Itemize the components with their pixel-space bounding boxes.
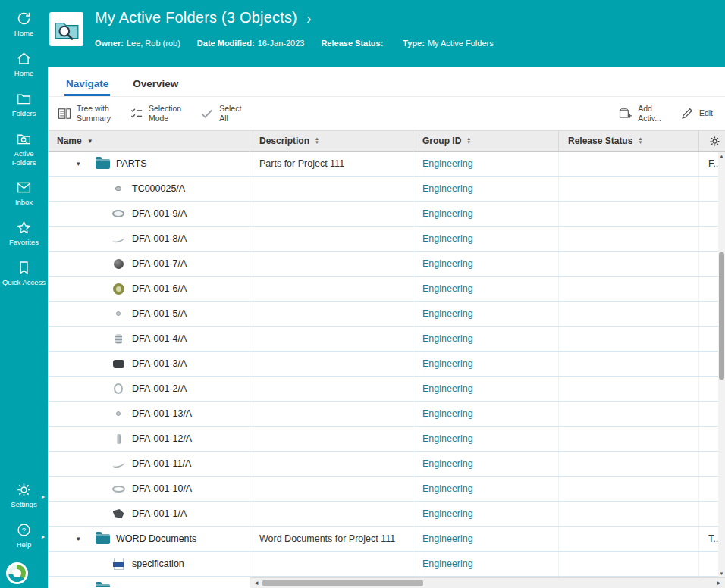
row-name-label: PARTS: [116, 158, 147, 169]
row-description-cell: Word Documents for Project 111: [250, 527, 413, 551]
row-name-label: DFA-001-5/A: [132, 308, 187, 319]
row-name-cell: DFA-001-3/A: [48, 352, 250, 376]
part-sphere-icon: [110, 255, 127, 272]
sidebar-item-settings[interactable]: Settings▸: [0, 476, 48, 516]
table-row[interactable]: DFA-001-13/AEngineering: [48, 402, 725, 427]
toolbar-button-label: Tree with Summary: [77, 104, 111, 124]
part-pin-icon: [110, 180, 127, 197]
row-description-cell: [250, 327, 413, 351]
tree-expand-caret-icon[interactable]: ▾: [77, 585, 89, 587]
brand-logo: [6, 562, 28, 584]
sort-icon: ▲▼: [638, 137, 642, 145]
table-row[interactable]: TC000025/AEngineering: [48, 177, 725, 202]
row-release-status-cell: [559, 377, 699, 401]
folders-icon: [16, 91, 32, 107]
page-title: My Active Folders (3 Objects): [95, 9, 297, 27]
table-row[interactable]: DFA-001-2/AEngineering: [48, 377, 725, 402]
table-body: ▾PARTSParts for Project 111EngineeringF.…: [48, 152, 725, 587]
vertical-scroll-thumb[interactable]: [719, 252, 724, 380]
row-name-label: DFA-001-12/A: [132, 433, 192, 444]
meta-label: Type:: [403, 39, 425, 48]
scroll-right-icon[interactable]: ►: [716, 580, 722, 587]
expand-arrow-icon: ▸: [42, 533, 45, 540]
table-row[interactable]: DFA-001-9/AEngineering: [48, 202, 725, 227]
table-row[interactable]: DFA-001-5/AEngineering: [48, 302, 725, 327]
row-group-cell: Engineering: [413, 177, 559, 201]
row-group-cell: Engineering: [413, 227, 559, 251]
table-row[interactable]: DFA-001-10/AEngineering: [48, 477, 725, 502]
table-row[interactable]: DFA-001-8/AEngineering: [48, 227, 725, 252]
add-activ-button[interactable]: Add Activ...: [618, 104, 661, 124]
header-meta-owner: Owner:Lee, Rob (rob): [95, 39, 180, 48]
sidebar-item-active-folders-3[interactable]: Active Folders: [0, 125, 48, 174]
row-release-status-cell: [559, 352, 699, 376]
select-all-icon: [199, 106, 215, 121]
meta-value: 16-Jan-2023: [258, 39, 305, 48]
inbox-icon: [16, 180, 32, 195]
tree-expand-caret-icon[interactable]: ▾: [77, 535, 89, 543]
part-cylinder-icon: [110, 205, 127, 222]
table-row[interactable]: DFA-001-3/AEngineering: [48, 352, 725, 377]
vertical-scrollbar[interactable]: ▲ ▼: [718, 152, 725, 577]
row-description-cell: [250, 502, 413, 526]
column-header-label: Release Status: [568, 136, 632, 146]
column-header-label: Group ID: [422, 136, 461, 146]
row-group-cell: Engineering: [413, 327, 559, 351]
column-settings-gear-icon[interactable]: [699, 131, 725, 151]
star-icon: [16, 220, 32, 236]
folder-icon: [94, 155, 111, 172]
row-release-status-cell: [559, 177, 699, 201]
row-description-cell: [250, 427, 413, 451]
table-row[interactable]: DFA-001-11/AEngineering: [48, 452, 725, 477]
row-name-label: DFA-001-8/A: [132, 233, 187, 244]
tab-navigate[interactable]: Navigate: [64, 78, 110, 96]
sidebar-item-home-0[interactable]: Home: [0, 5, 48, 45]
header-meta: Owner:Lee, Rob (rob)Date Modified:16-Jan…: [95, 39, 494, 48]
breadcrumb-chevron-icon[interactable]: ›: [306, 11, 312, 26]
part-spring-icon: [110, 330, 127, 347]
row-release-status-cell: [559, 552, 699, 576]
horizontal-scrollbar[interactable]: ◄ ►: [250, 577, 725, 588]
edit-button[interactable]: Edit: [679, 106, 713, 121]
horizontal-scroll-thumb[interactable]: [262, 580, 423, 586]
sidebar-item-favorites-5[interactable]: Favorites: [0, 214, 48, 254]
tree-with-summary-button[interactable]: Tree with Summary: [57, 104, 111, 124]
column-header-label: Description: [259, 136, 309, 146]
part-wire-icon: [110, 230, 127, 247]
column-header-release-status[interactable]: Release Status▲▼: [559, 131, 699, 151]
row-release-status-cell: [559, 302, 699, 326]
tab-overview[interactable]: Overview: [131, 78, 180, 96]
column-header-name[interactable]: Name▼: [48, 131, 250, 151]
filter-caret-icon: ▼: [87, 138, 93, 145]
table-row[interactable]: ▾WORD DocumentsWord Documents for Projec…: [48, 527, 725, 552]
table-row[interactable]: DFA-001-6/AEngineering: [48, 277, 725, 302]
column-header-description[interactable]: Description▲▼: [250, 131, 413, 151]
column-header-group-id[interactable]: Group ID▲▼: [413, 131, 559, 151]
selection-mode-button[interactable]: Selection Mode: [129, 104, 181, 124]
sort-icon: ▲▼: [315, 137, 319, 145]
select-all-button[interactable]: Select All: [199, 104, 241, 124]
tab-bar: NavigateOverview: [48, 67, 725, 97]
table-row[interactable]: DFA-001-7/AEngineering: [48, 252, 725, 277]
table-row[interactable]: DFA-001-4/AEngineering: [48, 327, 725, 352]
table-row[interactable]: specificationEngineering: [48, 552, 725, 577]
row-name-label: specification: [132, 558, 184, 569]
table-row[interactable]: ▾PARTSParts for Project 111EngineeringF.…: [48, 152, 725, 177]
tree-expand-caret-icon[interactable]: ▾: [77, 160, 89, 167]
scroll-down-icon[interactable]: ▼: [718, 571, 725, 576]
sidebar-item-label: Active Folders: [2, 149, 46, 167]
sidebar-item-folders-2[interactable]: Folders: [0, 85, 48, 125]
table-row[interactable]: DFA-001-1/AEngineering: [48, 502, 725, 527]
scroll-left-icon[interactable]: ◄: [253, 580, 259, 587]
row-group-cell: Engineering: [413, 527, 559, 551]
row-group-cell: Engineering: [413, 552, 559, 576]
header-meta-release-status: Release Status:: [321, 39, 386, 48]
table-row[interactable]: DFA-001-12/AEngineering: [48, 427, 725, 452]
sidebar-item-inbox-4[interactable]: Inbox: [0, 174, 48, 214]
sidebar-item-home-1[interactable]: Home: [0, 45, 48, 85]
meta-label: Release Status:: [321, 39, 383, 48]
sidebar-item-help[interactable]: ?Help▸: [0, 516, 48, 556]
scroll-up-icon[interactable]: ▲: [718, 154, 725, 158]
sidebar-item-quick-access-6[interactable]: Quick Access: [0, 254, 48, 294]
part-dot-icon: [110, 405, 127, 422]
